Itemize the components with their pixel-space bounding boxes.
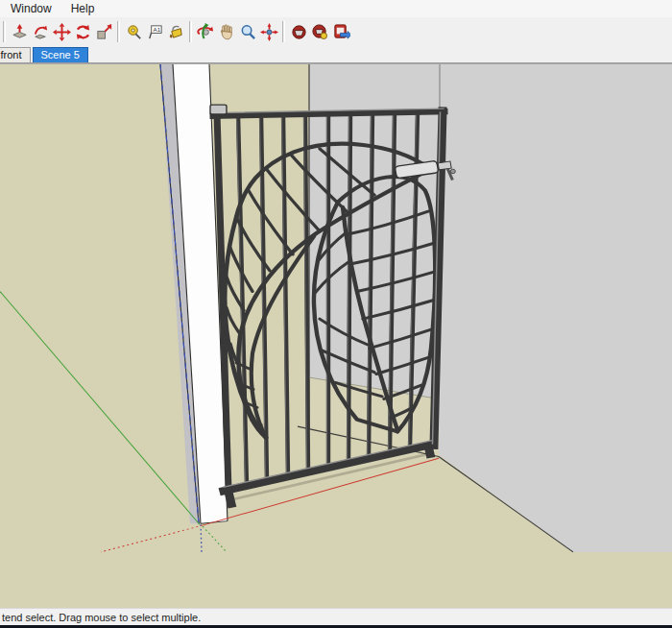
- status-bar: tend select. Drag mouse to select multip…: [0, 608, 672, 625]
- toolbar-separator: [117, 21, 120, 42]
- 3d-viewport-canvas[interactable]: [0, 64, 672, 609]
- menu-help[interactable]: Help: [68, 1, 98, 16]
- scene-tab-bar: l front Scene 5: [0, 46, 672, 63]
- toolbar-separator: [282, 21, 285, 42]
- tape-measure-icon[interactable]: [123, 20, 144, 43]
- menu-window[interactable]: Window: [8, 1, 55, 16]
- latch-handle: [438, 161, 451, 170]
- zoom-icon[interactable]: [237, 20, 258, 43]
- rotate-icon[interactable]: [72, 20, 93, 43]
- send-to-layout-icon[interactable]: [330, 20, 351, 43]
- pan-icon[interactable]: [216, 20, 237, 43]
- svg-text:A1: A1: [153, 26, 160, 33]
- share-model-icon[interactable]: [309, 20, 330, 43]
- zoom-extents-icon[interactable]: [258, 20, 279, 43]
- latch-pin: [450, 169, 456, 174]
- scene-tab-front[interactable]: l front: [0, 47, 31, 62]
- follow-me-icon[interactable]: [30, 20, 51, 43]
- toolbar-separator: [3, 21, 6, 42]
- status-message: tend select. Drag mouse to select multip…: [2, 612, 201, 623]
- sketchup-window: Window Help A1: [0, 0, 672, 628]
- get-models-icon[interactable]: [288, 20, 309, 43]
- orbit-icon[interactable]: [195, 20, 216, 43]
- move-icon[interactable]: [51, 20, 72, 43]
- push-pull-icon[interactable]: [9, 20, 30, 43]
- scene-tab-scene5[interactable]: Scene 5: [33, 47, 88, 62]
- scale-icon[interactable]: [93, 20, 114, 43]
- text-icon[interactable]: A1: [144, 20, 165, 43]
- toolbar: A1: [0, 17, 672, 46]
- gate-hinge-knob: [210, 105, 227, 114]
- toolbar-separator: [189, 21, 192, 42]
- paint-bucket-icon[interactable]: [165, 20, 186, 43]
- menu-bar: Window Help: [0, 0, 672, 17]
- viewport: [0, 63, 672, 608]
